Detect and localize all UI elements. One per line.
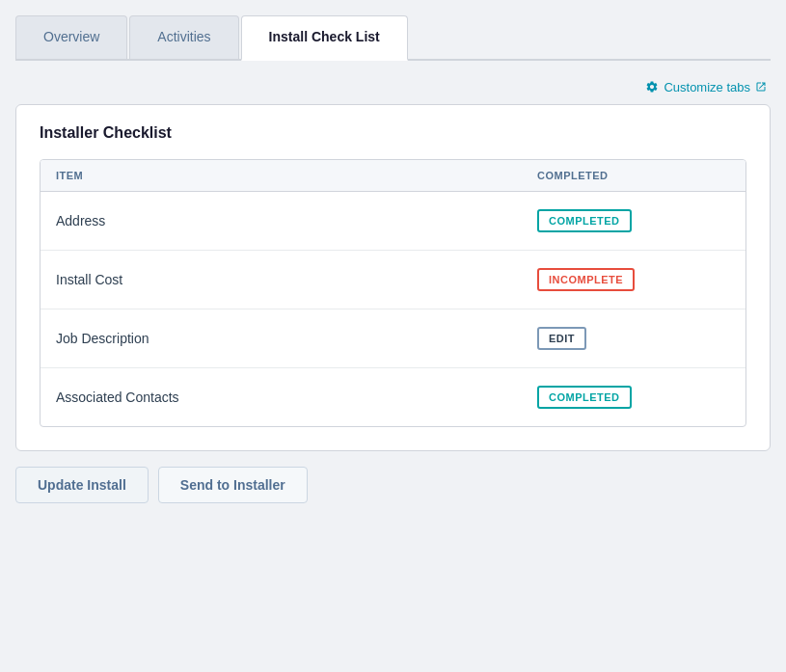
gear-icon xyxy=(645,80,659,94)
item-associated-contacts: Associated Contacts xyxy=(56,390,537,405)
tab-install-check-list[interactable]: Install Check List xyxy=(241,15,408,61)
table-row: Associated Contacts COMPLETED xyxy=(41,368,745,426)
card-title: Installer Checklist xyxy=(40,124,746,142)
tab-activities[interactable]: Activities xyxy=(129,15,238,59)
installer-checklist-card: Installer Checklist ITEM COMPLETED Addre… xyxy=(15,104,771,451)
table-row: Address COMPLETED xyxy=(41,192,745,251)
incomplete-badge: INCOMPLETE xyxy=(537,268,635,291)
send-to-installer-button[interactable]: Send to Installer xyxy=(158,467,308,503)
edit-badge[interactable]: EDIT xyxy=(537,327,586,350)
table-row: Job Description EDIT xyxy=(41,309,745,368)
customize-tabs-link[interactable]: Customize tabs xyxy=(645,80,767,94)
customize-row: Customize tabs xyxy=(15,72,771,104)
tab-bar: Overview Activities Install Check List xyxy=(15,15,771,61)
actions-row: Update Install Send to Installer xyxy=(15,467,771,503)
col-header-completed: COMPLETED xyxy=(537,170,730,181)
page-container: Overview Activities Install Check List C… xyxy=(15,15,771,515)
status-badge-install-cost: INCOMPLETE xyxy=(537,268,730,291)
update-install-button[interactable]: Update Install xyxy=(15,467,149,503)
external-link-icon xyxy=(755,81,767,93)
status-badge-associated-contacts: COMPLETED xyxy=(537,386,730,409)
main-content: Customize tabs Installer Checklist ITEM … xyxy=(15,61,771,515)
status-badge-address: COMPLETED xyxy=(537,209,730,232)
table-row: Install Cost INCOMPLETE xyxy=(41,251,745,309)
completed-badge: COMPLETED xyxy=(537,209,632,232)
checklist-table: ITEM COMPLETED Address COMPLETED Install… xyxy=(40,159,746,427)
customize-tabs-label: Customize tabs xyxy=(664,80,750,94)
item-address: Address xyxy=(56,213,537,228)
item-job-description: Job Description xyxy=(56,331,537,346)
col-header-item: ITEM xyxy=(56,170,537,181)
status-badge-job-description: EDIT xyxy=(537,327,730,350)
completed-badge-2: COMPLETED xyxy=(537,386,632,409)
table-header: ITEM COMPLETED xyxy=(41,160,745,192)
tab-overview[interactable]: Overview xyxy=(15,15,127,59)
item-install-cost: Install Cost xyxy=(56,272,537,287)
